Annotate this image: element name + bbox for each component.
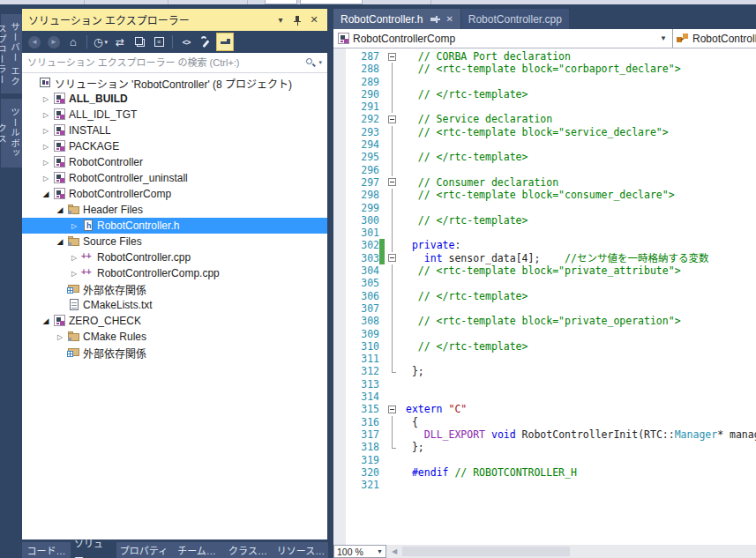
close-icon[interactable]: ✕: [445, 14, 453, 24]
code-line-310[interactable]: 310 // </rtc-template>: [333, 340, 756, 353]
code-line-315[interactable]: 315extern "C": [333, 403, 756, 415]
code-line-306[interactable]: 306 // </rtc-template>: [333, 290, 756, 302]
scroll-left-arrow-icon[interactable]: ◀: [392, 547, 397, 555]
code-line-318[interactable]: 318 };: [333, 441, 756, 453]
tree-item-zero-check[interactable]: ◢ZERO_CHECK: [22, 313, 327, 329]
code-line-305[interactable]: 305: [333, 277, 756, 289]
code-line-309[interactable]: 309: [333, 328, 756, 340]
tool-window-tab-1[interactable]: ソリュー…: [72, 542, 116, 558]
fold-collapse-icon[interactable]: [388, 178, 396, 186]
search-icon[interactable]: [305, 57, 317, 69]
code-line-319[interactable]: 319: [333, 454, 756, 466]
code-line-314[interactable]: 314: [333, 391, 756, 403]
type-scope-combobox[interactable]: RobotControll: [673, 29, 756, 48]
code-editor[interactable]: 287 // CORBA Port declaration288 // <rtc…: [333, 48, 756, 545]
properties-button[interactable]: [197, 33, 214, 51]
code-line-296[interactable]: 296: [333, 164, 756, 176]
code-line-320[interactable]: 320 #endif // ROBOTCONTROLLER_H: [333, 466, 756, 479]
project-scope-combobox[interactable]: RobotControllerComp ▼: [333, 29, 672, 48]
code-line-298[interactable]: 298 // <rtc-template block="consumer_dec…: [333, 189, 756, 201]
collapse-arrow-icon[interactable]: ◢: [39, 316, 53, 325]
code-line-307[interactable]: 307: [333, 302, 756, 315]
code-line-293[interactable]: 293 // <rtc-template block="service_decl…: [333, 126, 756, 138]
tool-window-tab-4[interactable]: クラス…: [222, 542, 273, 558]
back-button[interactable]: ◄: [26, 33, 43, 51]
collapse-arrow-icon[interactable]: ◢: [53, 237, 67, 246]
tree-item-source-files[interactable]: ◢Source Files: [22, 234, 327, 249]
switch-views-button[interactable]: ◷▾: [92, 33, 109, 51]
expand-arrow-icon[interactable]: ▷: [39, 143, 53, 151]
tree-item--[interactable]: 外部依存関係: [22, 281, 327, 297]
horizontal-scrollbar[interactable]: ◀: [386, 545, 756, 558]
code-line-311[interactable]: 311: [333, 353, 756, 365]
tool-window-tab-2[interactable]: プロパティ: [116, 542, 171, 558]
code-line-288[interactable]: 288 // <rtc-template block="corbaport_de…: [333, 63, 756, 75]
document-tab-robotcontroller.cpp[interactable]: RobotController.cpp: [461, 9, 569, 29]
outlining-margin[interactable]: [385, 252, 400, 264]
show-all-files-button[interactable]: ≡: [150, 33, 168, 51]
search-input[interactable]: [22, 57, 305, 68]
code-line-308[interactable]: 308 // <rtc-template block="private_oper…: [333, 315, 756, 327]
tree-item-cmake-rules[interactable]: ▷CMake Rules: [22, 329, 327, 345]
fold-collapse-icon[interactable]: [388, 115, 396, 123]
tree-item-cmakelists.txt[interactable]: CMakeLists.txt: [22, 297, 327, 313]
code-line-304[interactable]: 304 // <rtc-template block="private_attr…: [333, 264, 756, 277]
code-line-297[interactable]: 297 // Consumer declaration: [333, 176, 756, 189]
expand-arrow-icon[interactable]: ▷: [53, 333, 67, 341]
expand-arrow-icon[interactable]: ▷: [39, 111, 53, 119]
tree-item-package[interactable]: ▷PACKAGE: [22, 138, 327, 154]
collapse-arrow-icon[interactable]: ◢: [53, 205, 67, 214]
pin-icon[interactable]: [290, 13, 304, 27]
outlining-margin[interactable]: [385, 176, 400, 189]
fold-collapse-icon[interactable]: [388, 254, 396, 262]
solution-explorer-titlebar[interactable]: ソリューション エクスプローラー ▾ ✕: [22, 9, 327, 31]
code-line-316[interactable]: 316 {: [333, 416, 756, 428]
outlining-margin[interactable]: [385, 113, 400, 125]
expand-arrow-icon[interactable]: ▷: [67, 254, 81, 262]
preview-selected-items-toggle[interactable]: [216, 33, 234, 51]
code-line-301[interactable]: 301: [333, 227, 756, 239]
code-line-295[interactable]: 295 // </rtc-template>: [333, 151, 756, 163]
code-line-291[interactable]: 291: [333, 100, 756, 113]
scrollbar-thumb[interactable]: [402, 547, 570, 556]
fold-collapse-icon[interactable]: [388, 405, 396, 413]
code-line-299[interactable]: 299: [333, 202, 756, 214]
sidebar-tab-server-explorer[interactable]: サーバー エクスプローラー: [1, 14, 22, 93]
collapse-all-button[interactable]: [131, 33, 148, 51]
forward-button[interactable]: ►: [45, 33, 63, 51]
tree-item-robotcontrollercomp.cpp[interactable]: ▷++RobotControllerComp.cpp: [22, 265, 327, 281]
code-line-303[interactable]: 303 int sensor_data[4]; //センサ値を一時格納する変数: [333, 252, 756, 264]
tree-item-header-files[interactable]: ◢Header Files: [22, 202, 327, 218]
view-code-button[interactable]: <>: [177, 33, 195, 51]
fold-collapse-icon[interactable]: [388, 53, 396, 61]
tool-window-tab-3[interactable]: チーム…: [171, 542, 222, 558]
expand-arrow-icon[interactable]: ▷: [67, 222, 81, 230]
expand-arrow-icon[interactable]: ▷: [67, 270, 81, 278]
code-line-294[interactable]: 294: [333, 138, 756, 151]
tree-item-robotcontroller-uninstall[interactable]: ▷RobotController_uninstall: [22, 170, 327, 186]
expand-arrow-icon[interactable]: ▷: [39, 159, 53, 167]
document-tab-robotcontroller.h[interactable]: RobotController.h✕: [333, 9, 460, 29]
outlining-margin[interactable]: [385, 50, 400, 63]
tree-item-robotcontroller.cpp[interactable]: ▷++RobotController.cpp: [22, 249, 327, 265]
code-line-321[interactable]: 321: [333, 479, 756, 491]
code-line-312[interactable]: 312 };: [333, 365, 756, 377]
code-line-290[interactable]: 290 // </rtc-template>: [333, 88, 756, 100]
search-dropdown-icon[interactable]: ▾: [318, 59, 322, 66]
home-button[interactable]: ⌂: [64, 33, 82, 51]
code-line-289[interactable]: 289: [333, 76, 756, 88]
tree-item-robotcontrollercomp[interactable]: ◢RobotControllerComp: [22, 186, 327, 202]
close-icon[interactable]: ✕: [307, 13, 321, 27]
chevron-down-icon[interactable]: ▼: [660, 34, 667, 42]
sidebar-tab-toolbox[interactable]: ツールボックス: [1, 99, 22, 167]
sync-with-active-document-button[interactable]: ⇄: [111, 33, 129, 51]
code-line-292[interactable]: 292 // Service declaration: [333, 113, 756, 125]
collapse-arrow-icon[interactable]: ◢: [39, 190, 53, 198]
window-position-icon[interactable]: ▾: [273, 13, 288, 27]
tree-item-robotcontroller.h[interactable]: ▷hRobotController.h: [22, 218, 327, 234]
tree-item-robotcontroller[interactable]: ▷RobotController: [22, 154, 327, 170]
code-line-300[interactable]: 300 // </rtc-template>: [333, 214, 756, 227]
tree-item--robotcontroller-8-[interactable]: ソリューション 'RobotController' (8 プロジェクト): [22, 75, 327, 91]
code-line-313[interactable]: 313: [333, 378, 756, 391]
code-line-317[interactable]: 317 DLL_EXPORT void RobotControllerInit(…: [333, 428, 756, 441]
